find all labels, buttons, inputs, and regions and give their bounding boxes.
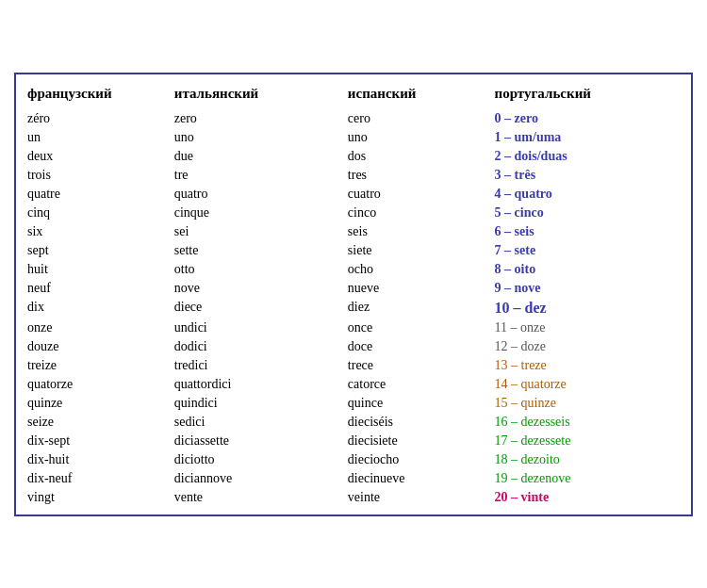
cell-portuguese: 15 – quinze [487,394,687,413]
cell-italian: dodici [167,337,340,356]
cell-portuguese: 12 – doze [487,337,687,356]
table-row: onzeundicionce11 – onze [20,318,687,337]
cell-french: seize [20,413,167,432]
cell-spanish: trece [340,356,487,375]
cell-french: trois [20,166,167,185]
cell-portuguese: 14 – quatorze [487,375,687,394]
table-row: dix-huitdiciottodieciocho18 – dezoito [20,450,687,469]
cell-spanish: cinco [340,204,487,222]
cell-spanish: dieciocho [340,450,487,469]
table-row: dix-septdiciassettediecisiete17 – dezess… [20,432,687,450]
cell-spanish: seis [340,222,487,241]
cell-italian: quindici [167,394,340,413]
table-row: vingtventeveinte20 – vinte [20,488,687,507]
cell-italian: sei [167,222,340,241]
header-portuguese: португальский [487,82,687,109]
cell-french: cinq [20,204,167,222]
cell-italian: uno [167,128,340,147]
cell-spanish: diez [340,298,487,318]
numbers-table: французский итальянский испанский португ… [20,82,687,507]
cell-portuguese: 6 – seis [487,222,687,241]
cell-italian: sette [167,241,340,260]
cell-french: dix [20,298,167,318]
cell-spanish: uno [340,128,487,147]
cell-french: dix-sept [20,432,167,450]
cell-french: huit [20,260,167,279]
table-row: quatorzequattordicicatorce14 – quatorze [20,375,687,394]
cell-spanish: siete [340,241,487,260]
cell-portuguese: 16 – dezesseis [487,413,687,432]
cell-italian: vente [167,488,340,507]
table-row: quinzequindiciquince15 – quinze [20,394,687,413]
cell-italian: due [167,147,340,166]
cell-french: vingt [20,488,167,507]
table-row: cinqcinquecinco5 – cinco [20,204,687,222]
cell-italian: undici [167,318,340,337]
cell-french: dix-huit [20,450,167,469]
cell-italian: diciannove [167,469,340,488]
cell-portuguese: 5 – cinco [487,204,687,222]
cell-portuguese: 8 – oito [487,260,687,279]
cell-portuguese: 9 – nove [487,279,687,298]
cell-french: zéro [20,109,167,128]
cell-italian: diciassette [167,432,340,450]
cell-italian: tre [167,166,340,185]
cell-portuguese: 7 – sete [487,241,687,260]
cell-portuguese: 18 – dezoito [487,450,687,469]
cell-spanish: cuatro [340,185,487,204]
table-row: troistretres3 – três [20,166,687,185]
cell-french: un [20,128,167,147]
cell-french: sept [20,241,167,260]
table-row: dixdiecediez10 – dez [20,298,687,318]
cell-portuguese: 13 – treze [487,356,687,375]
cell-portuguese: 11 – onze [487,318,687,337]
cell-italian: diece [167,298,340,318]
table-row: dix-neufdiciannovediecinueve19 – dezenov… [20,469,687,488]
header-italian: итальянский [167,82,340,109]
cell-french: quatre [20,185,167,204]
table-row: zérozerocero0 – zero [20,109,687,128]
table-row: neufnovenueve9 – nove [20,279,687,298]
table-row: ununouno1 – um/uma [20,128,687,147]
cell-french: deux [20,147,167,166]
cell-spanish: once [340,318,487,337]
cell-spanish: catorce [340,375,487,394]
cell-french: quatorze [20,375,167,394]
cell-french: six [20,222,167,241]
cell-italian: sedici [167,413,340,432]
cell-italian: nove [167,279,340,298]
cell-portuguese: 20 – vinte [487,488,687,507]
cell-spanish: cero [340,109,487,128]
cell-spanish: dos [340,147,487,166]
cell-italian: zero [167,109,340,128]
header-spanish: испанский [340,82,487,109]
cell-portuguese: 17 – dezessete [487,432,687,450]
cell-italian: diciotto [167,450,340,469]
cell-french: onze [20,318,167,337]
cell-portuguese: 0 – zero [487,109,687,128]
table-row: treizetredicitrece13 – treze [20,356,687,375]
cell-italian: quatro [167,185,340,204]
table-row: sixseiseis6 – seis [20,222,687,241]
cell-french: douze [20,337,167,356]
cell-italian: otto [167,260,340,279]
cell-portuguese: 3 – três [487,166,687,185]
main-container: французский итальянский испанский португ… [14,73,693,516]
cell-portuguese: 19 – dezenove [487,469,687,488]
cell-spanish: dieciséis [340,413,487,432]
cell-italian: tredici [167,356,340,375]
cell-french: neuf [20,279,167,298]
table-row: huitottoocho8 – oito [20,260,687,279]
cell-french: treize [20,356,167,375]
cell-french: quinze [20,394,167,413]
table-row: douzedodicidoce12 – doze [20,337,687,356]
cell-french: dix-neuf [20,469,167,488]
cell-spanish: doce [340,337,487,356]
cell-portuguese: 2 – dois/duas [487,147,687,166]
cell-portuguese: 4 – quatro [487,185,687,204]
table-row: septsettesiete7 – sete [20,241,687,260]
cell-spanish: ocho [340,260,487,279]
cell-portuguese: 1 – um/uma [487,128,687,147]
table-row: seizesedicidieciséis16 – dezesseis [20,413,687,432]
cell-spanish: tres [340,166,487,185]
